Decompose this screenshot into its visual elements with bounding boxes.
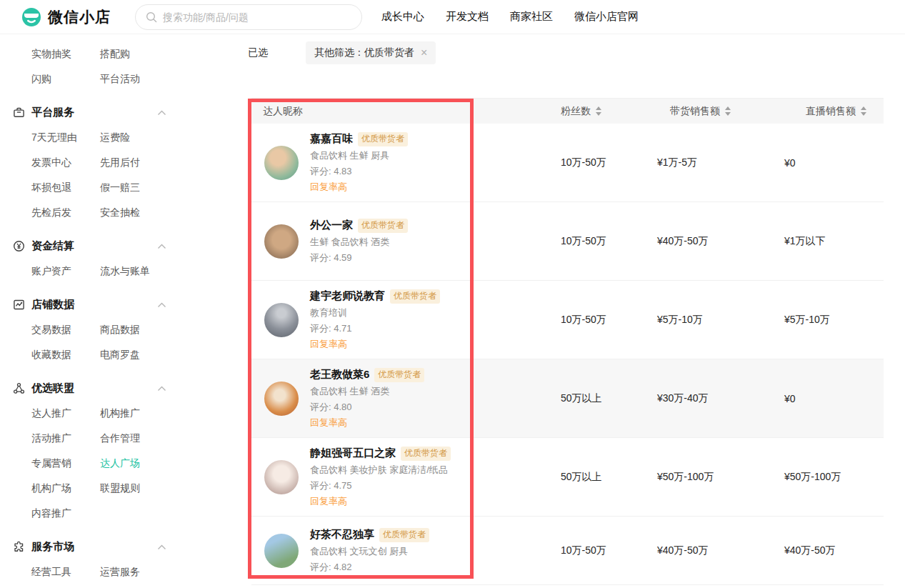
filter-chip-quality-seller[interactable]: 其他筛选：优质带货者 × xyxy=(306,41,436,64)
network-icon xyxy=(13,382,25,394)
quality-seller-badge: 优质带货者 xyxy=(401,447,451,461)
quality-seller-badge: 优质带货者 xyxy=(358,132,408,146)
table-row[interactable]: 外公一家 优质带货者 生鲜 食品饮料 酒类 评分: 4.59 10万-50万 ¥… xyxy=(251,202,884,281)
live-sales-amount: ¥40万-50万 xyxy=(784,544,884,557)
influencer-categories: 食品饮料 生鲜 酒类 xyxy=(310,385,424,398)
sidebar-link[interactable]: 平台活动 xyxy=(100,73,169,86)
influencer-rating: 评分: 4.80 xyxy=(310,401,424,414)
sidebar-link[interactable]: 机构推广 xyxy=(100,407,169,420)
table-row[interactable]: 静姐强哥五口之家 优质带货者 食品饮料 美妆护肤 家庭清洁/纸品 评分: 4.7… xyxy=(251,438,884,517)
yen-circle-icon xyxy=(13,240,25,252)
sidebar-section-funds[interactable]: 资金结算 xyxy=(0,234,227,259)
sidebar-link[interactable]: 达人推广 xyxy=(31,407,100,420)
column-header-nickname: 达人昵称 xyxy=(251,105,561,118)
reply-rate-link[interactable]: 回复率高 xyxy=(310,417,424,429)
reply-rate-link[interactable]: 回复率高 xyxy=(310,181,408,194)
chevron-up-icon[interactable] xyxy=(157,544,166,550)
top-bar: 微信小店 成长中心 开发文档 商家社区 微信小店官网 xyxy=(0,0,905,34)
reply-rate-link[interactable]: 回复率高 xyxy=(310,495,451,508)
influencer-name: 静姐强哥五口之家 xyxy=(310,447,396,460)
sidebar-link[interactable]: 活动推广 xyxy=(31,432,100,445)
column-header-fans[interactable]: 粉丝数 xyxy=(561,105,657,118)
nav-official-site[interactable]: 微信小店官网 xyxy=(574,10,639,24)
sidebar-link[interactable]: 安全抽检 xyxy=(100,206,169,219)
sidebar-link[interactable]: 经营工具 xyxy=(31,566,100,579)
close-icon[interactable]: × xyxy=(421,47,427,59)
live-sales-amount: ¥50万-100万 xyxy=(784,471,884,484)
nav-merchant-community[interactable]: 商家社区 xyxy=(510,10,553,24)
sidebar-link[interactable]: 运营服务 xyxy=(100,566,169,579)
sidebar-section-alliance[interactable]: 优选联盟 xyxy=(0,376,227,401)
wechat-store-logo[interactable]: 微信小店 xyxy=(21,7,111,27)
sales-amount: ¥30万-40万 xyxy=(657,392,784,405)
table-row[interactable]: 老王教做菜6 优质带货者 食品饮料 生鲜 酒类 评分: 4.80 回复率高 50… xyxy=(251,359,884,438)
chevron-up-icon[interactable] xyxy=(157,244,166,249)
nav-dev-docs[interactable]: 开发文档 xyxy=(446,10,489,24)
avatar[interactable] xyxy=(264,460,299,494)
table-header: 达人昵称 粉丝数 带货销售额 直播销售额 xyxy=(251,99,884,124)
table-row[interactable]: 建宇老师说教育 优质带货者 教育培训 评分: 4.71 回复率高 10万-50万… xyxy=(251,281,884,359)
sidebar-section-title: 优选联盟 xyxy=(31,382,74,395)
chevron-up-icon[interactable] xyxy=(157,386,166,392)
sidebar: 实物抽奖 搭配购 闪购 平台活动 平台服务 7天无理由运费险 发票中心先用后付 … xyxy=(0,34,227,588)
chevron-up-icon[interactable] xyxy=(157,302,166,308)
sidebar-link[interactable]: 先检后发 xyxy=(31,206,100,219)
sidebar-link[interactable]: 流水与账单 xyxy=(100,265,169,278)
sort-icon[interactable] xyxy=(861,106,866,116)
sort-icon[interactable] xyxy=(725,106,731,116)
sidebar-link[interactable]: 账户资产 xyxy=(31,265,100,278)
sidebar-link[interactable]: 7天无理由 xyxy=(31,131,100,144)
sidebar-link[interactable]: 搭配购 xyxy=(100,48,169,61)
search-input[interactable] xyxy=(163,11,351,23)
chart-icon xyxy=(13,299,25,311)
sidebar-link[interactable]: 坏损包退 xyxy=(31,181,100,194)
sidebar-link[interactable]: 合作管理 xyxy=(100,432,169,445)
column-header-sales[interactable]: 带货销售额 xyxy=(657,105,784,118)
reply-rate-link[interactable]: 回复率高 xyxy=(310,338,440,351)
sidebar-link[interactable]: 收藏数据 xyxy=(31,349,100,362)
sidebar-link[interactable]: 假一赔三 xyxy=(100,181,169,194)
sidebar-section-shop-data[interactable]: 店铺数据 xyxy=(0,292,227,317)
fans-count: 10万-50万 xyxy=(561,314,657,327)
sidebar-link[interactable]: 先用后付 xyxy=(100,156,169,169)
influencer-table: 达人昵称 粉丝数 带货销售额 直播销售额 嘉嘉百味 优质带货者 xyxy=(251,98,884,585)
avatar[interactable] xyxy=(264,224,299,259)
live-sales-amount: ¥5万-10万 xyxy=(784,314,884,327)
sidebar-section-title: 资金结算 xyxy=(31,239,74,253)
avatar[interactable] xyxy=(264,146,299,180)
sidebar-section-platform-services[interactable]: 平台服务 xyxy=(0,100,227,125)
sidebar-link[interactable]: 发票中心 xyxy=(31,156,100,169)
table-row[interactable]: 嘉嘉百味 优质带货者 食品饮料 生鲜 厨具 评分: 4.83 回复率高 10万-… xyxy=(251,124,884,202)
sidebar-link[interactable]: 交易数据 xyxy=(31,324,100,337)
influencer-categories: 生鲜 食品饮料 酒类 xyxy=(310,236,408,249)
sidebar-link[interactable]: 商品数据 xyxy=(100,324,169,337)
column-header-live-sales[interactable]: 直播销售额 xyxy=(784,105,884,118)
chevron-up-icon[interactable] xyxy=(157,110,166,116)
main-content: 已选 其他筛选：优质带货者 × 达人昵称 粉丝数 带货销售额 直播销售额 xyxy=(236,34,905,588)
sidebar-link[interactable]: 运费险 xyxy=(100,131,169,144)
avatar[interactable] xyxy=(264,382,299,416)
search-icon xyxy=(146,11,157,23)
table-row[interactable]: 好茶不忍独享 优质带货者 食品饮料 文玩文创 厨具 评分: 4.82 10万-5… xyxy=(251,517,884,585)
avatar[interactable] xyxy=(264,303,299,337)
sidebar-link[interactable]: 联盟规则 xyxy=(100,482,169,495)
sidebar-section-service-market[interactable]: 服务市场 xyxy=(0,534,227,559)
briefcase-icon xyxy=(13,106,25,119)
live-sales-amount: ¥0 xyxy=(784,393,884,404)
global-search[interactable] xyxy=(135,4,362,30)
sidebar-section-title: 平台服务 xyxy=(31,106,74,119)
sidebar-link[interactable]: 专属营销 xyxy=(31,457,100,470)
avatar[interactable] xyxy=(264,534,299,568)
fans-count: 10万-50万 xyxy=(561,544,657,557)
sidebar-link[interactable]: 机构广场 xyxy=(31,482,100,495)
sidebar-link[interactable]: 电商罗盘 xyxy=(100,349,169,362)
sidebar-link[interactable]: 实物抽奖 xyxy=(31,48,100,61)
sidebar-item-daren-plaza-active[interactable]: 达人广场 xyxy=(100,457,169,470)
sales-amount: ¥5万-10万 xyxy=(657,314,784,327)
sales-amount: ¥40万-50万 xyxy=(657,235,784,248)
sidebar-link[interactable]: 内容推广 xyxy=(31,507,100,520)
nav-growth-center[interactable]: 成长中心 xyxy=(381,10,424,24)
sort-icon[interactable] xyxy=(596,106,601,116)
quality-seller-badge: 优质带货者 xyxy=(390,289,440,304)
sidebar-link[interactable]: 闪购 xyxy=(31,73,100,86)
